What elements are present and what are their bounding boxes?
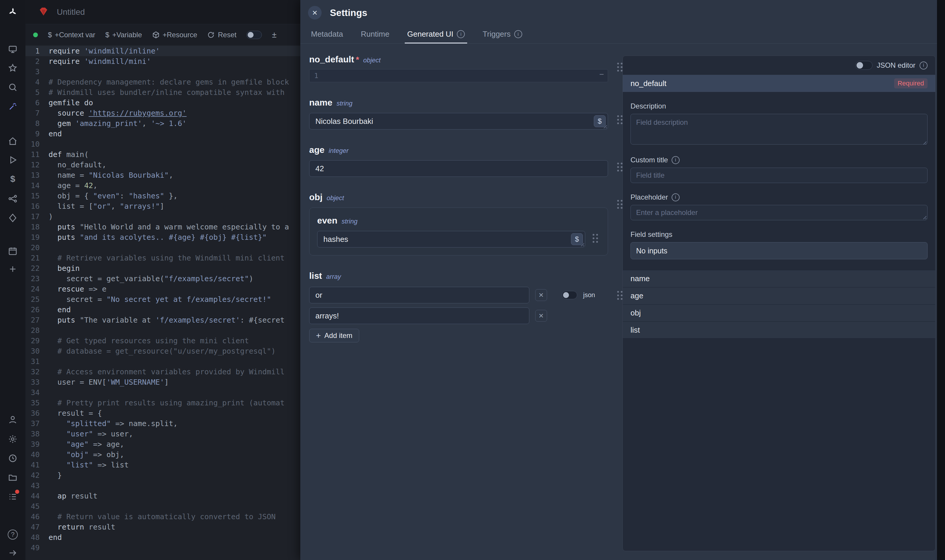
- code-line[interactable]: 7 source 'https://rubygems.org': [25, 108, 300, 118]
- flow-icon[interactable]: [7, 193, 18, 205]
- code-line[interactable]: 1require 'windmill/inline': [25, 46, 300, 56]
- add-item-button[interactable]: + Add item: [309, 329, 359, 342]
- code-line[interactable]: 13 name = "Nicolas Bourbaki",: [25, 170, 300, 180]
- code-line[interactable]: 5# Windmill uses bundler/inline compatib…: [25, 87, 300, 98]
- code-line[interactable]: 47 return result: [25, 522, 300, 532]
- magic-wand-icon[interactable]: [7, 100, 18, 112]
- code-line[interactable]: 11def main(: [25, 149, 300, 160]
- description-textarea[interactable]: [631, 114, 928, 145]
- drag-handle-icon[interactable]: [617, 200, 623, 209]
- code-line[interactable]: 17): [25, 211, 300, 222]
- code-line[interactable]: 18 puts "Hello World and a warm welcome …: [25, 222, 300, 232]
- code-line[interactable]: 29 # Get typed resources using the mini …: [25, 335, 300, 346]
- gear-icon[interactable]: [7, 433, 18, 445]
- calendar-icon[interactable]: [7, 245, 18, 257]
- tab-generated-ui[interactable]: Generated UI i: [405, 25, 467, 43]
- drag-handle-icon[interactable]: [617, 291, 623, 300]
- code-line[interactable]: 4# Dependency management: declare gems i…: [25, 77, 300, 87]
- code-line[interactable]: 48end: [25, 532, 300, 543]
- star-icon[interactable]: [7, 62, 18, 74]
- tab-triggers[interactable]: Triggers i: [480, 25, 524, 43]
- code-line[interactable]: 9end: [25, 129, 300, 139]
- code-line[interactable]: 3: [25, 66, 300, 77]
- remove-item-icon[interactable]: ×: [535, 310, 547, 322]
- code-line[interactable]: 34: [25, 387, 300, 398]
- code-line[interactable]: 19 puts "and its acolytes.. #{age} #{obj…: [25, 232, 300, 242]
- tab-metadata[interactable]: Metadata: [308, 25, 345, 43]
- info-icon[interactable]: i: [514, 30, 522, 38]
- field-settings-select[interactable]: No inputs: [631, 242, 928, 259]
- user-icon[interactable]: [7, 414, 18, 425]
- code-line[interactable]: 10: [25, 139, 300, 149]
- code-line[interactable]: 24 rescue => e: [25, 284, 300, 294]
- field-row-obj[interactable]: obj: [623, 304, 935, 322]
- monitor-icon[interactable]: [7, 43, 18, 55]
- info-icon[interactable]: i: [672, 193, 680, 202]
- code-line[interactable]: 22 begin: [25, 263, 300, 274]
- reset-button[interactable]: Reset: [207, 31, 236, 39]
- folder-icon[interactable]: [7, 472, 18, 483]
- code-line[interactable]: 26 end: [25, 305, 300, 315]
- code-line[interactable]: 33 user = ENV['WM_USERNAME']: [25, 377, 300, 387]
- code-line[interactable]: 2require 'windmill/mini': [25, 56, 300, 66]
- name-input[interactable]: [309, 113, 608, 129]
- add-variable-button[interactable]: $ +Variable: [105, 31, 142, 39]
- collapse-icon[interactable]: —: [600, 70, 604, 77]
- code-line[interactable]: 16 list = ["or", "arrays!"]: [25, 201, 300, 211]
- json-editor-toggle[interactable]: [856, 61, 873, 70]
- insert-variable-button[interactable]: $: [571, 233, 583, 245]
- history-icon[interactable]: [7, 452, 18, 464]
- windmill-logo-icon[interactable]: [7, 6, 18, 18]
- add-context-var-button[interactable]: $ +Context var: [48, 31, 95, 39]
- code-line[interactable]: 37 "splitted" => name.split,: [25, 418, 300, 429]
- home-icon[interactable]: [7, 135, 18, 147]
- age-input[interactable]: [309, 160, 608, 177]
- code-editor[interactable]: 1require 'windmill/inline'2require 'wind…: [25, 46, 300, 560]
- code-line[interactable]: 23 secret = get_variable("f/examples/sec…: [25, 274, 300, 284]
- add-resource-button[interactable]: +Resource: [152, 31, 197, 39]
- help-icon[interactable]: ?: [7, 529, 18, 540]
- code-line[interactable]: 35 # Pretty print results using amazing_…: [25, 398, 300, 408]
- code-line[interactable]: 31: [25, 356, 300, 367]
- code-line[interactable]: 45: [25, 501, 300, 512]
- list-item-input[interactable]: [309, 308, 529, 324]
- no-default-json-editor[interactable]: 1 —: [309, 69, 608, 82]
- drag-handle-icon[interactable]: [593, 234, 598, 243]
- json-toggle[interactable]: [562, 291, 577, 299]
- toolbar-toggle[interactable]: [247, 31, 262, 39]
- dollar-icon[interactable]: $: [7, 173, 18, 185]
- code-line[interactable]: 46 # Return value is automatically conve…: [25, 512, 300, 522]
- code-line[interactable]: 6gemfile do: [25, 98, 300, 108]
- remove-item-icon[interactable]: ×: [535, 289, 547, 301]
- diamond-icon[interactable]: [7, 212, 18, 224]
- code-line[interactable]: 14 age = 42,: [25, 180, 300, 191]
- code-line[interactable]: 8 gem 'amazing_print', '~> 1.6': [25, 118, 300, 129]
- code-line[interactable]: 36 result = {: [25, 408, 300, 418]
- placeholder-input[interactable]: [631, 205, 928, 220]
- play-icon[interactable]: [7, 154, 18, 166]
- search-icon[interactable]: [7, 81, 18, 93]
- code-line[interactable]: 25 secret = "No secret yet at f/examples…: [25, 294, 300, 305]
- field-row-no-default-selected[interactable]: no_default Required: [623, 75, 935, 92]
- drag-handle-icon[interactable]: [617, 115, 623, 125]
- code-line[interactable]: 44 ap result: [25, 491, 300, 501]
- code-line[interactable]: 27 puts "The variable at 'f/examples/sec…: [25, 315, 300, 325]
- code-line[interactable]: 15 obj = { "even": "hashes" },: [25, 191, 300, 201]
- code-line[interactable]: 43: [25, 480, 300, 491]
- code-line[interactable]: 28: [25, 325, 300, 335]
- plus-icon[interactable]: [7, 263, 18, 275]
- code-line[interactable]: 40 "obj" => obj,: [25, 449, 300, 460]
- code-line[interactable]: 12 no_default,: [25, 160, 300, 170]
- code-line[interactable]: 41 "list" => list: [25, 460, 300, 470]
- custom-title-input[interactable]: [631, 168, 928, 183]
- list-item-input[interactable]: [309, 287, 529, 303]
- diff-icon[interactable]: ±: [272, 30, 276, 40]
- insert-variable-button[interactable]: $: [594, 115, 606, 127]
- code-line[interactable]: 49: [25, 543, 300, 553]
- field-row-age[interactable]: age: [623, 287, 935, 304]
- even-input[interactable]: [317, 231, 585, 248]
- info-icon[interactable]: i: [920, 62, 928, 69]
- code-line[interactable]: 39 "age" => age,: [25, 439, 300, 449]
- list-icon[interactable]: [7, 491, 18, 503]
- field-row-name[interactable]: name: [623, 270, 935, 287]
